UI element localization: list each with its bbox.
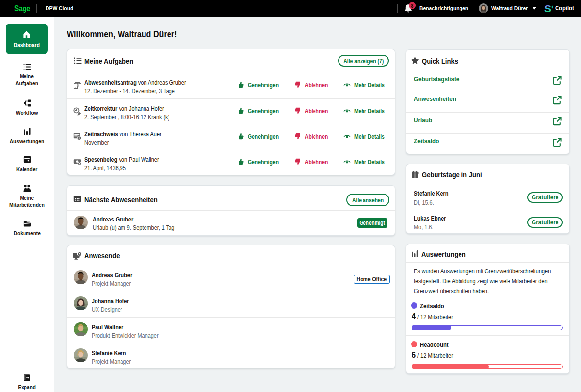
svg-text:S: S <box>544 3 551 14</box>
svg-text:Sage: Sage <box>14 4 30 13</box>
